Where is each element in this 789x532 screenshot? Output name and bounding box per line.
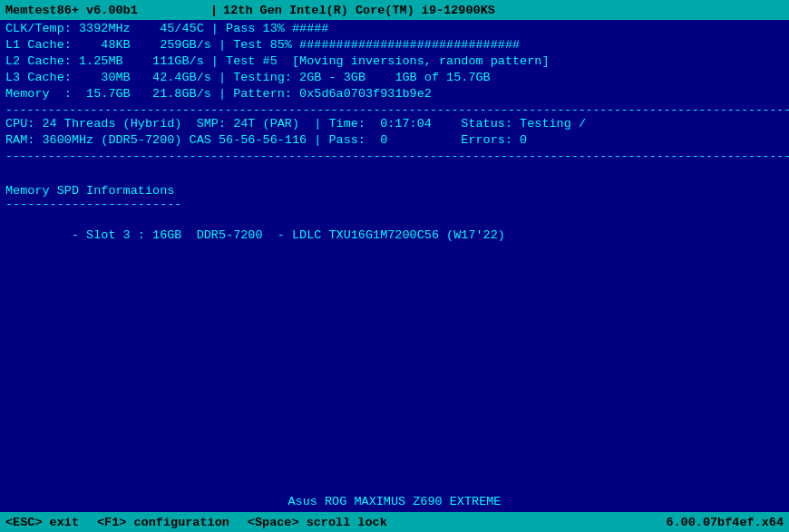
divider-1: ----------------------------------------…: [5, 103, 784, 117]
spd-item-text: - Slot 3 : 16GB DDR5-7200 - LDLC TXU16G1…: [64, 228, 505, 242]
l3-status: Testing: 2GB - 3GB 1GB of 15.7GB: [226, 71, 491, 84]
memory-divider: |: [219, 87, 226, 101]
memtest-screen: Memtest86+ v6.00b1 | 12th Gen Intel(R) C…: [0, 0, 789, 532]
l2-divider: |: [211, 54, 219, 68]
clk-temp-row: CLK/Temp: 3392MHz 45/45C | Pass 13% ####…: [5, 22, 784, 38]
clk-status: Pass 13% #####: [219, 22, 329, 35]
main-content: CLK/Temp: 3392MHz 45/45C | Pass 13% ####…: [0, 20, 789, 512]
l2-label: L2 Cache: 1.25MB 111GB/s: [5, 54, 211, 68]
cpu-row: CPU: 24 Threads (Hybrid) SMP: 24T (PAR) …: [5, 117, 784, 133]
l3-label: L3 Cache: 30MB 42.4GB/s: [5, 71, 219, 84]
spd-divider: ------------------------: [5, 198, 784, 211]
clk-label: CLK/Temp: 3392MHz 45/45C: [5, 22, 211, 35]
l3-cache-row: L3 Cache: 30MB 42.4GB/s | Testing: 2GB -…: [5, 71, 784, 87]
spd-section: Memory SPD Informations ----------------…: [5, 170, 784, 256]
bottom-bar: <ESC> exit <F1> configuration <Space> sc…: [0, 512, 789, 532]
cpu-text: CPU: 24 Threads (Hybrid) SMP: 24T (PAR) …: [5, 117, 586, 133]
key-space[interactable]: <Space> scroll lock: [248, 516, 387, 529]
memory-row: Memory : 15.7GB 21.8GB/s | Pattern: 0x5d…: [5, 87, 784, 103]
clk-divider: |: [211, 22, 219, 35]
key-hints: <ESC> exit <F1> configuration <Space> sc…: [5, 516, 387, 529]
key-f1[interactable]: <F1> configuration: [97, 516, 229, 529]
l2-status: Test #5 [Moving inversions, random patte…: [219, 54, 550, 68]
l1-status: Test 85% ##############################: [226, 38, 520, 52]
motherboard-info: Asus ROG MAXIMUS Z690 EXTREME: [5, 493, 784, 510]
l2-cache-row: L2 Cache: 1.25MB 111GB/s | Test #5 [Movi…: [5, 54, 784, 71]
app-title: Memtest86+ v6.00b1: [5, 4, 205, 17]
spd-title: [5, 170, 784, 184]
l1-divider: |: [219, 38, 226, 52]
memory-label: Memory : 15.7GB 21.8GB/s: [5, 87, 219, 101]
footer-spacer: [5, 256, 784, 493]
ram-text: RAM: 3600MHz (DDR5-7200) CAS 56-56-56-11…: [5, 133, 527, 150]
title-divider: |: [210, 4, 218, 17]
version-info: 6.00.07bf4ef.x64: [666, 516, 784, 529]
key-esc[interactable]: <ESC> exit: [5, 516, 79, 529]
l1-label: L1 Cache: 48KB 259GB/s: [5, 38, 219, 52]
cpu-title: 12th Gen Intel(R) Core(TM) i9-12900KS: [223, 4, 784, 17]
title-bar: Memtest86+ v6.00b1 | 12th Gen Intel(R) C…: [0, 0, 789, 20]
spd-heading: Memory SPD Informations: [5, 184, 784, 198]
divider-2: ----------------------------------------…: [5, 150, 784, 163]
ram-row: RAM: 3600MHz (DDR5-7200) CAS 56-56-56-11…: [5, 133, 784, 150]
l1-cache-row: L1 Cache: 48KB 259GB/s | Test 85% ######…: [5, 38, 784, 54]
spd-item-1: - Slot 3 : 16GB DDR5-7200 - LDLC TXU16G1…: [5, 215, 784, 256]
memory-status: Pattern: 0x5d6a0703f931b9e2: [226, 87, 432, 101]
l3-divider: |: [219, 71, 226, 84]
